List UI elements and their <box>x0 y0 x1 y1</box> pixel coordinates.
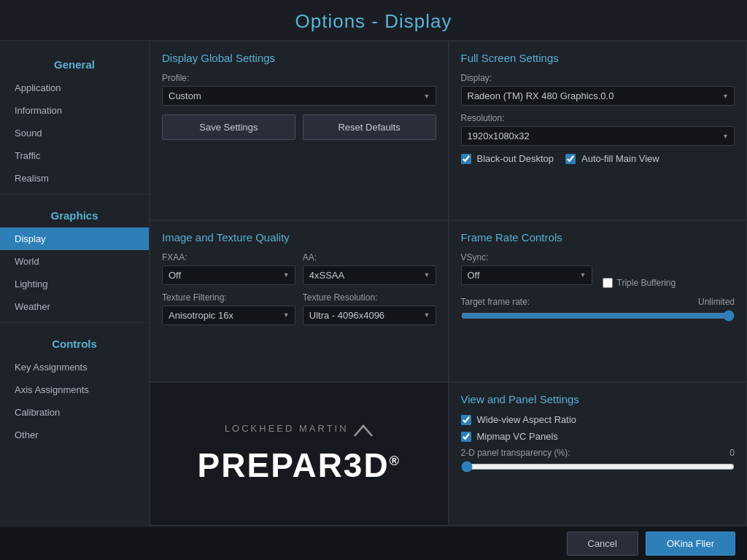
sidebar-item-lighting[interactable]: Lighting <box>0 273 149 295</box>
sidebar-item-application[interactable]: Application <box>0 77 149 99</box>
display-device-select-wrapper: Radeon (TM) RX 480 Graphics.0.0 <box>461 86 735 106</box>
texture-resolution-label: Texture Resolution: <box>303 292 436 303</box>
autofill-label: Auto-fill Main View <box>581 153 659 164</box>
sidebar-item-axis-assignments[interactable]: Axis Assignments <box>0 378 149 401</box>
sidebar-general-header: General <box>0 48 149 77</box>
profile-select[interactable]: Custom Low Medium High Ultra <box>162 86 436 106</box>
panel-texture: Image and Texture Quality FXAA: Off On A… <box>150 220 449 383</box>
settings-button-row: Save Settings Reset Defaults <box>162 114 436 140</box>
aa-select[interactable]: Off 2xSSAA 4xSSAA 8xSSAA <box>303 265 436 285</box>
fxaa-select[interactable]: Off On <box>162 265 295 285</box>
transparency-slider-container: 2-D panel transparency (%): 0 <box>461 448 735 475</box>
vsync-label: VSync: <box>461 252 735 262</box>
sidebar-item-information[interactable]: Information <box>0 99 149 122</box>
vsync-row: Off On Triple Buffering <box>461 265 735 292</box>
display-device-select[interactable]: Radeon (TM) RX 480 Graphics.0.0 <box>461 86 735 106</box>
frame-rate-label-row: Target frame rate: Unlimited <box>461 297 735 307</box>
vsync-select-wrapper: Off On <box>461 265 592 285</box>
prepar3d-text: PREPAR3D <box>198 446 390 484</box>
texture-filtering-group: Texture Filtering: Bilinear Trilinear An… <box>162 292 295 332</box>
autofill-checkbox-row[interactable]: Auto-fill Main View <box>565 153 659 164</box>
sidebar-graphics-header: Graphics <box>0 199 149 228</box>
blackout-label: Black-out Desktop <box>477 153 554 164</box>
target-frame-rate-value: Unlimited <box>698 297 735 307</box>
triple-buffer-row[interactable]: Triple Buffering <box>603 278 676 292</box>
mipmap-checkbox-row[interactable]: Mipmap VC Panels <box>461 431 735 442</box>
lockheed-logo-row: LOCKHEED MARTIN <box>198 423 400 441</box>
lm-arrow-icon <box>353 424 374 440</box>
ok-button[interactable]: OKina Flier <box>646 532 735 556</box>
texture-filtering-select-wrapper: Bilinear Trilinear Anisotropic 4x Anisot… <box>162 306 295 325</box>
title-bar: Options - Display <box>0 0 747 41</box>
profile-select-wrapper: Custom Low Medium High Ultra <box>162 86 436 106</box>
resolution-label: Resolution: <box>461 113 735 123</box>
sidebar-item-calibration[interactable]: Calibration <box>0 401 149 424</box>
triple-buffer-label: Triple Buffering <box>617 278 676 288</box>
autofill-checkbox[interactable] <box>565 154 576 164</box>
fxaa-group: FXAA: Off On <box>162 252 295 292</box>
framerate-title: Frame Rate Controls <box>461 231 735 244</box>
display-global-title: Display Global Settings <box>162 52 436 64</box>
registered-symbol: ® <box>390 454 400 468</box>
blackout-checkbox[interactable] <box>461 154 471 164</box>
reset-defaults-button[interactable]: Reset Defaults <box>303 114 436 140</box>
target-frame-rate-label: Target frame rate: <box>461 297 530 307</box>
sidebar-divider-2 <box>0 322 149 323</box>
aa-group: AA: Off 2xSSAA 4xSSAA 8xSSAA <box>303 252 436 292</box>
sidebar: General Application Information Sound Tr… <box>0 41 150 526</box>
frame-rate-slider[interactable] <box>461 310 735 322</box>
panel-logo: LOCKHEED MARTIN PREPAR3D® <box>150 382 449 526</box>
triple-buffer-checkbox[interactable] <box>603 278 613 288</box>
texture-filtering-select[interactable]: Bilinear Trilinear Anisotropic 4x Anisot… <box>162 306 295 325</box>
panel-display-global: Display Global Settings Profile: Custom … <box>150 41 449 220</box>
sidebar-item-display[interactable]: Display <box>0 228 149 250</box>
mipmap-label: Mipmap VC Panels <box>477 431 558 442</box>
transparency-slider[interactable] <box>461 461 735 472</box>
sidebar-item-traffic[interactable]: Traffic <box>0 144 149 167</box>
sidebar-divider-1 <box>0 194 149 195</box>
aa-label: AA: <box>303 252 436 262</box>
transparency-label-row: 2-D panel transparency (%): 0 <box>461 448 735 458</box>
sidebar-item-realism[interactable]: Realism <box>0 167 149 190</box>
fxaa-select-wrapper: Off On <box>162 265 295 285</box>
logo-container: LOCKHEED MARTIN PREPAR3D® <box>198 423 400 485</box>
sidebar-item-key-assignments[interactable]: Key Assignments <box>0 356 149 378</box>
bottom-bar: Cancel OKina Flier <box>0 526 747 560</box>
transparency-label: 2-D panel transparency (%): <box>461 448 570 458</box>
vsync-select[interactable]: Off On <box>461 265 592 285</box>
wide-view-checkbox-row[interactable]: Wide-view Aspect Ratio <box>461 414 735 425</box>
save-settings-button[interactable]: Save Settings <box>162 114 295 140</box>
main-layout: General Application Information Sound Tr… <box>0 41 747 526</box>
sidebar-item-other[interactable]: Other <box>0 424 149 446</box>
page-title: Options - Display <box>0 10 747 33</box>
resolution-select[interactable]: 1920x1080x32 1280x720x32 2560x1440x32 <box>461 126 735 146</box>
view-title: View and Panel Settings <box>461 393 735 405</box>
sidebar-item-weather[interactable]: Weather <box>0 295 149 318</box>
fxaa-aa-row: FXAA: Off On AA: Off 2xSSAA 4x <box>162 252 436 292</box>
prepar3d-logo: PREPAR3D® <box>198 446 400 485</box>
lockheed-text: LOCKHEED MARTIN <box>225 423 349 434</box>
frame-rate-slider-container: Target frame rate: Unlimited <box>461 297 735 324</box>
sidebar-controls-header: Controls <box>0 327 149 356</box>
texture-title: Image and Texture Quality <box>162 231 436 244</box>
sidebar-item-sound[interactable]: Sound <box>0 122 149 144</box>
texture-resolution-group: Texture Resolution: Low - 512x512 Medium… <box>303 292 436 332</box>
resolution-select-wrapper: 1920x1080x32 1280x720x32 2560x1440x32 <box>461 126 735 146</box>
texture-resolution-select-wrapper: Low - 512x512 Medium - 1024x1024 High - … <box>303 306 436 325</box>
blackout-checkbox-row[interactable]: Black-out Desktop <box>461 153 554 164</box>
display-device-label: Display: <box>461 73 735 83</box>
wide-view-checkbox[interactable] <box>461 415 471 425</box>
texture-resolution-select[interactable]: Low - 512x512 Medium - 1024x1024 High - … <box>303 306 436 325</box>
mipmap-checkbox[interactable] <box>461 432 471 442</box>
fxaa-label: FXAA: <box>162 252 295 262</box>
aa-select-wrapper: Off 2xSSAA 4xSSAA 8xSSAA <box>303 265 436 285</box>
fullscreen-title: Full Screen Settings <box>461 52 735 64</box>
transparency-value: 0 <box>729 448 735 458</box>
profile-label: Profile: <box>162 73 436 83</box>
cancel-button[interactable]: Cancel <box>567 532 638 556</box>
texture-filtering-resolution-row: Texture Filtering: Bilinear Trilinear An… <box>162 292 436 332</box>
sidebar-item-world[interactable]: World <box>0 250 149 273</box>
panel-fullscreen: Full Screen Settings Display: Radeon (TM… <box>449 41 748 220</box>
panel-framerate: Frame Rate Controls VSync: Off On Triple… <box>449 220 748 383</box>
texture-filtering-label: Texture Filtering: <box>162 292 295 303</box>
